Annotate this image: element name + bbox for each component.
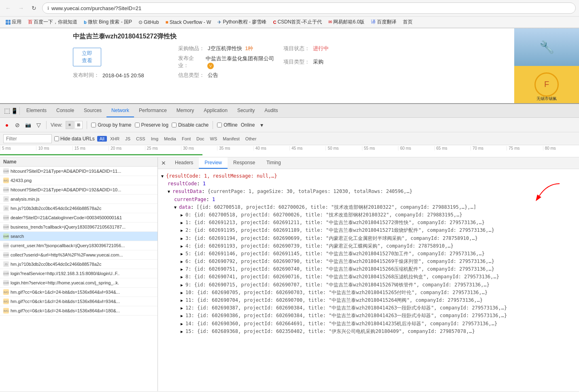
type-other-btn[interactable]: Other	[243, 136, 259, 142]
type-font-btn[interactable]: Font	[179, 136, 193, 142]
purchase-value: J空压机弹性快 1种	[208, 45, 253, 52]
tab-performance[interactable]: Performance	[134, 104, 172, 117]
devtools-device-btn[interactable]: 📱	[11, 107, 18, 114]
type-css-btn[interactable]: CSS	[134, 136, 148, 142]
forward-button[interactable]: →	[16, 3, 26, 13]
filter-button[interactable]: ▽	[35, 121, 42, 129]
tab-network[interactable]: Network	[106, 104, 134, 117]
request-item-hmjs1[interactable]: JS hm.js?10b3db2cc0bc454dc0c2466b88578a2…	[0, 204, 158, 213]
view-now-button[interactable]: 立即查看	[73, 48, 101, 66]
request-item-hitcount2[interactable]: XHR hitcount?SiteID=21&Type=AD&ADPID=192…	[0, 185, 158, 195]
offline-checkbox[interactable]	[217, 123, 222, 127]
filter-input[interactable]	[3, 134, 52, 143]
json-item2-toggle[interactable]	[181, 227, 185, 234]
bookmark-stackoverflow[interactable]: ■ Stack Overflow - W	[163, 19, 213, 26]
bookmark-translate[interactable]: 译 百度翻译	[368, 18, 399, 26]
bookmark-github[interactable]: ⊙ GitHub	[136, 19, 161, 26]
json-item10-toggle[interactable]	[181, 289, 185, 297]
json-data-toggle[interactable]	[174, 203, 179, 211]
network-dropdown-btn[interactable]: ▾	[258, 121, 265, 129]
clear-button[interactable]: ⊘	[14, 121, 21, 129]
preserve-log-label[interactable]: Preserve log	[135, 122, 168, 128]
json-item9-toggle[interactable]	[181, 281, 185, 289]
type-xhr-btn[interactable]: XHR	[108, 136, 122, 142]
view-waterfall-btn[interactable]: ⊞	[75, 121, 83, 129]
address-bar[interactable]: ℹ www.yuecai.com/purchase/?SiteID=21	[42, 2, 576, 14]
hide-data-urls-label[interactable]: Hide data URLs	[54, 136, 95, 142]
request-item-hmgif1[interactable]: IMG hm.gif?cc=0&ck=1&cl=24-bit&ds=1536x8…	[0, 288, 158, 297]
request-item-hmgif2[interactable]: IMG hm.gif?cc=0&ck=1&cl=24-bit&ds=1536x8…	[0, 297, 158, 306]
json-item5-toggle[interactable]	[181, 250, 185, 258]
disable-cache-label[interactable]: Disable cache	[172, 122, 209, 128]
type-media-btn[interactable]: Media	[162, 136, 179, 142]
offline-label[interactable]: Offline	[217, 122, 237, 128]
bookmark-email[interactable]: ✉ 网易邮箱6.0版	[326, 18, 367, 26]
request-item-dealer[interactable]: XHR dealer?SiteID=21&CatalogInnerCode=00…	[0, 213, 158, 222]
type-doc-btn[interactable]: Doc	[194, 136, 207, 142]
json-item7-toggle[interactable]	[181, 265, 185, 273]
json-item6-toggle[interactable]	[181, 258, 185, 265]
request-item-hmgif3[interactable]: IMG hm.gif?cc=0&ck=1&cl=24-bit&ds=1536x8…	[0, 306, 158, 316]
type-img-btn[interactable]: Img	[149, 136, 161, 142]
detail-tab-preview[interactable]: Preview	[199, 157, 228, 169]
json-item13-toggle[interactable]	[181, 312, 185, 320]
json-item15-toggle[interactable]	[181, 328, 185, 335]
tab-audits[interactable]: Audits	[260, 104, 283, 117]
request-item-hmjs2[interactable]: JS hm.js?10b3db2cc0bc454dc0c2466b88578a2…	[0, 260, 158, 269]
tab-elements[interactable]: Elements	[21, 104, 51, 117]
reload-button[interactable]: ↻	[29, 3, 39, 13]
tab-console[interactable]: Console	[51, 104, 79, 117]
request-item-png[interactable]: IMG 42433.png	[0, 176, 158, 185]
json-resultdata-toggle[interactable]	[168, 188, 172, 195]
network-toolbar: ● ⊘ 📷 ▽ View: ≡ ⊞ Group by frame Preserv…	[0, 118, 579, 132]
request-item-trends[interactable]: XHR business_trends?callback=jQuery18303…	[0, 222, 158, 232]
request-item-search[interactable]: XHR search	[0, 232, 158, 241]
detail-tab-response[interactable]: Response	[228, 157, 261, 169]
type-js-btn[interactable]: JS	[123, 136, 133, 142]
online-label[interactable]: Online	[241, 122, 255, 128]
view-list-btn[interactable]: ≡	[66, 121, 74, 129]
request-item-hitcount1[interactable]: XHR hitcount?SiteID=21&Type=AD&ADPID=191…	[0, 167, 158, 176]
detail-tab-timing[interactable]: Timing	[261, 157, 287, 169]
type-ws-btn[interactable]: WS	[208, 136, 220, 142]
disable-cache-checkbox[interactable]	[172, 123, 177, 127]
bookmark-home[interactable]: 首页	[400, 18, 415, 26]
type-manifest-btn[interactable]: Manifest	[220, 136, 242, 142]
bookmark-python[interactable]: ✈ Python教程 - 廖雪峰	[215, 18, 269, 26]
bookmark-baidu[interactable]: 百 百度一下，你就知道	[26, 18, 80, 26]
group-frame-label[interactable]: Group by frame	[91, 122, 131, 128]
devtools-inspect-btn[interactable]: ⬚	[3, 107, 11, 114]
bookmark-csdn[interactable]: C CSDN首页-不止于代	[270, 18, 324, 26]
tab-sources[interactable]: Sources	[79, 104, 106, 117]
bookmark-bing[interactable]: b 微软 Bing 搜索 - 国P	[81, 18, 134, 26]
detail-tab-headers[interactable]: Headers	[169, 157, 199, 169]
json-item0-toggle[interactable]	[181, 211, 185, 219]
json-item4-toggle[interactable]	[181, 242, 185, 250]
json-item8-toggle[interactable]	[181, 273, 185, 281]
record-button[interactable]: ●	[3, 121, 11, 129]
json-colon1: :	[197, 180, 202, 188]
preserve-log-checkbox[interactable]	[135, 123, 140, 127]
group-frame-checkbox[interactable]	[91, 123, 96, 127]
request-item-analysis[interactable]: JS analysis.min.js	[0, 195, 158, 204]
bookmark-apps[interactable]: 应用	[3, 18, 24, 26]
json-item14-toggle[interactable]	[181, 320, 185, 328]
json-item11-toggle[interactable]	[181, 297, 185, 304]
tab-memory[interactable]: Memory	[172, 104, 199, 117]
json-item1-toggle[interactable]	[181, 219, 185, 227]
request-item-collect[interactable]: XHR collect?userid=&url=http%3A%2F%2Fwww…	[0, 250, 158, 260]
type-all-btn[interactable]: All	[97, 136, 107, 142]
back-button[interactable]: ←	[3, 3, 13, 13]
detail-close-btn[interactable]: ✕	[158, 157, 169, 169]
json-item3-toggle[interactable]	[181, 235, 185, 242]
video-button[interactable]: 📷	[24, 121, 32, 129]
json-item12-toggle[interactable]	[181, 304, 185, 312]
request-item-login1[interactable]: XHR login?realService=http://192.168.3.1…	[0, 269, 158, 278]
json-root-toggle[interactable]	[161, 172, 166, 180]
tab-security[interactable]: Security	[232, 104, 260, 117]
request-item-current-user[interactable]: XHR current_user.htm?jsonpcallback=jQuer…	[0, 241, 158, 250]
tab-application[interactable]: Application	[199, 104, 232, 117]
json-item0-row: 0: {id: 602700518, projectId: 602700026,…	[161, 211, 576, 219]
hide-data-urls-checkbox[interactable]	[54, 136, 59, 141]
request-item-login2[interactable]: XHR login.htm?service=http://home.yuecai…	[0, 278, 158, 288]
